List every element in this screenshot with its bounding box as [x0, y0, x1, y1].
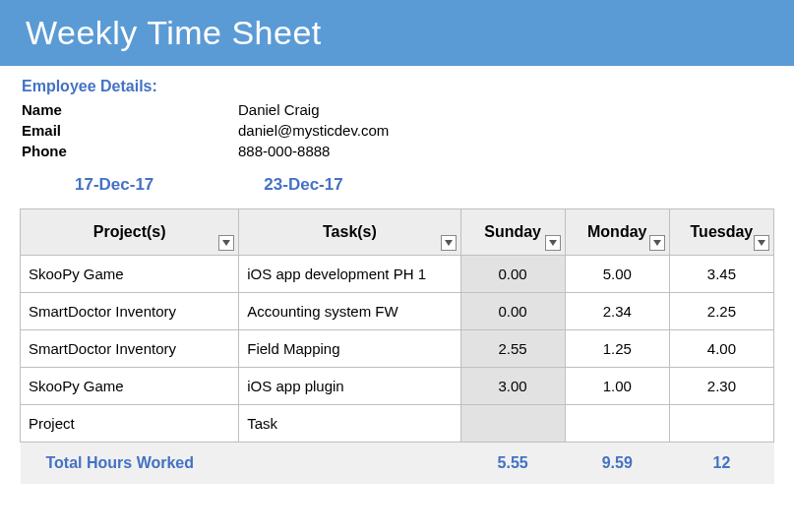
header-sunday: Sunday [460, 209, 565, 256]
cell-monday[interactable]: 1.25 [565, 330, 669, 368]
cell-project[interactable]: SmartDoctor Inventory [21, 330, 239, 368]
table-row: Project Task [21, 405, 774, 443]
cell-task[interactable]: iOS app development PH 1 [239, 256, 460, 293]
svg-marker-4 [758, 240, 765, 246]
header-sunday-label: Sunday [484, 223, 541, 241]
cell-monday[interactable] [565, 405, 669, 443]
chevron-down-icon [549, 240, 557, 246]
cell-tuesday[interactable] [669, 405, 773, 443]
header-task-label: Task(s) [323, 223, 377, 241]
cell-monday[interactable]: 1.00 [565, 368, 669, 405]
header-tuesday: Tuesday [669, 209, 773, 256]
name-value: Daniel Craig [238, 101, 320, 118]
cell-project[interactable]: SkooPy Game [21, 368, 239, 405]
cell-project[interactable]: Project [21, 405, 239, 443]
filter-button-project[interactable] [218, 235, 234, 251]
phone-label: Phone [22, 143, 238, 159]
page-title: Weekly Time Sheet [0, 0, 794, 66]
timesheet-container: Weekly Time Sheet Employee Details: Name… [0, 0, 794, 494]
header-monday-label: Monday [587, 223, 646, 241]
svg-marker-0 [222, 240, 230, 246]
start-date: 17-Dec-17 [75, 175, 153, 195]
timesheet-body: SkooPy Game iOS app development PH 1 0.0… [21, 256, 774, 485]
filter-button-task[interactable] [441, 235, 457, 251]
date-range: 17-Dec-17 23-Dec-17 [0, 161, 794, 208]
cell-sunday[interactable]: 0.00 [460, 256, 565, 293]
totals-sunday: 5.55 [460, 443, 565, 485]
totals-row: Total Hours Worked 5.55 9.59 12 [21, 443, 774, 485]
svg-marker-1 [445, 240, 453, 246]
cell-sunday[interactable]: 0.00 [460, 293, 565, 330]
cell-sunday[interactable]: 3.00 [460, 368, 565, 405]
filter-button-sunday[interactable] [545, 235, 561, 251]
header-monday: Monday [565, 209, 669, 256]
phone-value: 888-000-8888 [238, 143, 330, 159]
filter-button-tuesday[interactable] [754, 235, 769, 251]
cell-tuesday[interactable]: 2.25 [669, 293, 773, 330]
header-project-label: Project(s) [93, 223, 166, 241]
name-label: Name [22, 101, 238, 118]
detail-row-phone: Phone 888-000-8888 [22, 141, 774, 161]
chevron-down-icon [653, 240, 661, 246]
header-row: Project(s) Task(s) Sunday [21, 209, 774, 256]
cell-task[interactable]: Task [239, 405, 460, 443]
header-project: Project(s) [21, 209, 239, 256]
cell-tuesday[interactable]: 4.00 [669, 330, 773, 368]
cell-task[interactable]: iOS app plugin [239, 368, 460, 405]
svg-marker-2 [549, 240, 557, 246]
table-row: SkooPy Game iOS app development PH 1 0.0… [21, 256, 774, 293]
table-row: SmartDoctor Inventory Accounting system … [21, 293, 774, 330]
email-value: daniel@mysticdev.com [238, 122, 389, 139]
svg-marker-3 [653, 240, 661, 246]
cell-task[interactable]: Accounting system FW [239, 293, 460, 330]
end-date: 23-Dec-17 [264, 175, 342, 195]
table-row: SkooPy Game iOS app plugin 3.00 1.00 2.3… [21, 368, 774, 405]
detail-row-name: Name Daniel Craig [22, 99, 774, 120]
cell-tuesday[interactable]: 2.30 [669, 368, 773, 405]
totals-monday: 9.59 [565, 443, 669, 485]
cell-project[interactable]: SmartDoctor Inventory [21, 293, 239, 330]
employee-details-header: Employee Details: [22, 78, 774, 95]
chevron-down-icon [222, 240, 230, 246]
employee-details: Employee Details: Name Daniel Craig Emai… [0, 66, 794, 161]
cell-monday[interactable]: 5.00 [565, 256, 669, 293]
table-row: SmartDoctor Inventory Field Mapping 2.55… [21, 330, 774, 368]
timesheet-table: Project(s) Task(s) Sunday [20, 208, 774, 484]
chevron-down-icon [445, 240, 453, 246]
totals-label: Total Hours Worked [21, 443, 461, 485]
filter-button-monday[interactable] [649, 235, 665, 251]
cell-project[interactable]: SkooPy Game [21, 256, 239, 293]
timesheet-table-wrap: Project(s) Task(s) Sunday [0, 208, 794, 484]
email-label: Email [22, 122, 238, 139]
header-task: Task(s) [239, 209, 460, 256]
cell-tuesday[interactable]: 3.45 [669, 256, 773, 293]
header-tuesday-label: Tuesday [691, 223, 754, 241]
chevron-down-icon [758, 240, 765, 246]
cell-task[interactable]: Field Mapping [239, 330, 460, 368]
totals-tuesday: 12 [669, 443, 773, 485]
cell-sunday[interactable]: 2.55 [460, 330, 565, 368]
cell-sunday[interactable] [460, 405, 565, 443]
detail-row-email: Email daniel@mysticdev.com [22, 120, 774, 141]
cell-monday[interactable]: 2.34 [565, 293, 669, 330]
